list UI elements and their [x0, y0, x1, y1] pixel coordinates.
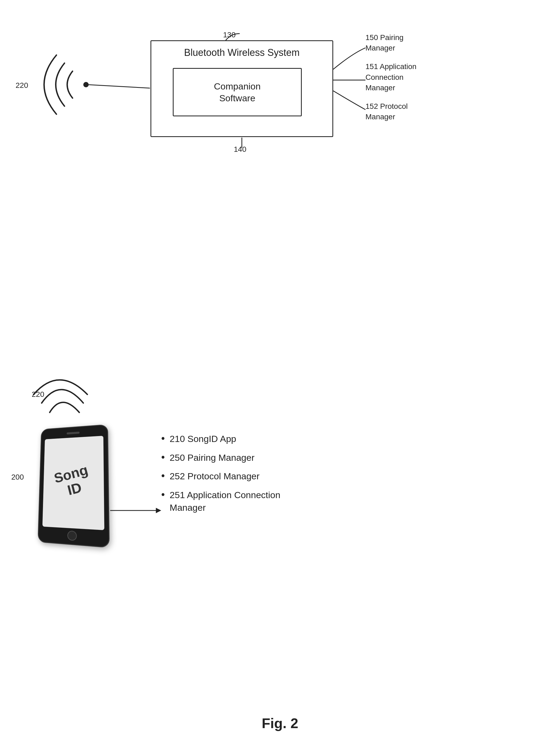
companion-software-box: CompanionSoftware	[173, 68, 302, 116]
companion-software-label: CompanionSoftware	[214, 80, 261, 104]
label-220-bottom: 220	[32, 390, 44, 399]
fig-caption: Fig. 2	[262, 715, 298, 731]
phone-home-button	[67, 531, 77, 541]
bullet-item-252: 252 Protocol Manager	[161, 470, 280, 483]
phone-screen: SongID	[43, 436, 104, 530]
svg-marker-4	[156, 508, 161, 513]
label-140: 140	[234, 145, 247, 154]
svg-line-1	[87, 85, 150, 88]
label-150: 150 PairingManager	[366, 32, 417, 53]
top-diagram: Bluetooth Wireless System CompanionSoftw…	[0, 16, 560, 172]
bws-title: Bluetooth Wireless System	[184, 47, 300, 58]
bullet-item-210: 210 SongID App	[161, 433, 280, 445]
label-220-top: 220	[16, 81, 28, 90]
right-labels: 150 PairingManager 151 ApplicationConnec…	[366, 32, 417, 122]
bullet-item-250: 250 Pairing Manager	[161, 451, 280, 464]
label-152: 152 ProtocolManager	[366, 101, 417, 122]
bottom-diagram: SongID 200 220 210 SongID App 250 Pairin…	[0, 371, 560, 693]
phone-device: SongID	[38, 424, 110, 548]
label-200: 200	[11, 473, 24, 482]
bullet-item-251: 251 Application ConnectionManager	[161, 489, 280, 514]
bullet-list: 210 SongID App 250 Pairing Manager 252 P…	[161, 433, 280, 520]
phone-speaker	[67, 431, 79, 435]
svg-point-0	[83, 82, 89, 87]
label-151: 151 ApplicationConnectionManager	[366, 61, 417, 93]
phone-screen-text: SongID	[53, 462, 94, 501]
label-130: 130	[223, 31, 236, 39]
bws-box: Bluetooth Wireless System CompanionSoftw…	[150, 40, 333, 137]
